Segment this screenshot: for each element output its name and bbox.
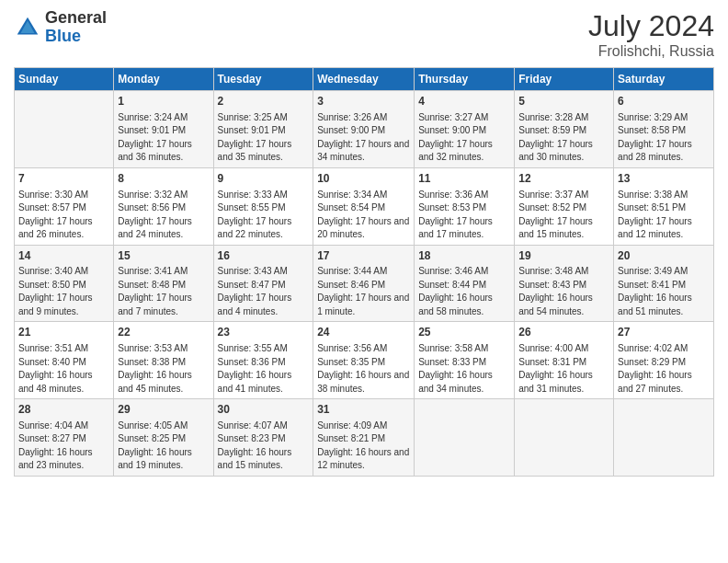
calendar-cell: 6Sunrise: 3:29 AMSunset: 8:58 PMDaylight… — [614, 91, 714, 168]
calendar-cell: 12Sunrise: 3:37 AMSunset: 8:52 PMDayligh… — [515, 167, 614, 245]
day-number: 26 — [518, 325, 609, 340]
cell-content: Sunrise: 3:27 AMSunset: 9:00 PMDaylight:… — [418, 111, 510, 165]
day-number: 5 — [518, 94, 609, 109]
header-tuesday: Tuesday — [213, 68, 313, 91]
day-number: 13 — [618, 171, 710, 187]
header-thursday: Thursday — [415, 68, 515, 91]
cell-content: Sunrise: 3:32 AMSunset: 8:56 PMDaylight:… — [118, 189, 209, 242]
calendar-cell: 4Sunrise: 3:27 AMSunset: 9:00 PMDaylight… — [415, 91, 515, 168]
cell-content: Sunrise: 3:44 AMSunset: 8:46 PMDaylight:… — [317, 265, 410, 318]
day-number: 20 — [618, 248, 710, 264]
calendar-header: Sunday Monday Tuesday Wednesday Thursday… — [15, 68, 714, 91]
logo-general-text: General — [45, 9, 107, 28]
cell-content: Sunrise: 3:41 AMSunset: 8:48 PMDaylight:… — [118, 265, 209, 318]
cell-content: Sunrise: 3:37 AMSunset: 8:52 PMDaylight:… — [518, 189, 609, 242]
cell-content: Sunrise: 4:09 AMSunset: 8:21 PMDaylight:… — [317, 419, 410, 473]
header-sunday: Sunday — [15, 68, 114, 91]
header-saturday: Saturday — [614, 68, 714, 91]
cell-content: Sunrise: 3:46 AMSunset: 8:44 PMDaylight:… — [418, 265, 510, 318]
cell-content: Sunrise: 3:34 AMSunset: 8:54 PMDaylight:… — [317, 189, 410, 242]
cell-content: Sunrise: 4:02 AMSunset: 8:29 PMDaylight:… — [618, 342, 710, 396]
cell-content: Sunrise: 3:48 AMSunset: 8:43 PMDaylight:… — [518, 265, 609, 318]
month-title: July 2024 — [588, 9, 714, 43]
header-wednesday: Wednesday — [313, 68, 415, 91]
calendar-cell: 8Sunrise: 3:32 AMSunset: 8:56 PMDaylight… — [114, 167, 213, 245]
day-number: 4 — [418, 94, 510, 109]
calendar-cell: 2Sunrise: 3:25 AMSunset: 9:01 PMDaylight… — [213, 91, 313, 168]
calendar-cell: 23Sunrise: 3:55 AMSunset: 8:36 PMDayligh… — [213, 322, 313, 399]
day-number: 7 — [18, 171, 109, 187]
calendar-cell: 28Sunrise: 4:04 AMSunset: 8:27 PMDayligh… — [15, 399, 114, 477]
day-number: 30 — [218, 402, 310, 418]
day-number: 3 — [317, 94, 410, 109]
day-number: 27 — [618, 325, 710, 340]
calendar-week-row: 1Sunrise: 3:24 AMSunset: 9:01 PMDaylight… — [15, 91, 714, 168]
calendar-cell — [614, 399, 714, 477]
day-number: 29 — [118, 402, 209, 418]
day-number: 23 — [218, 325, 310, 340]
calendar-cell — [515, 399, 614, 477]
calendar-week-row: 21Sunrise: 3:51 AMSunset: 8:40 PMDayligh… — [15, 322, 714, 399]
day-number: 11 — [418, 171, 510, 187]
cell-content: Sunrise: 3:36 AMSunset: 8:53 PMDaylight:… — [418, 189, 510, 242]
cell-content: Sunrise: 3:58 AMSunset: 8:33 PMDaylight:… — [418, 342, 510, 396]
day-number: 21 — [18, 325, 109, 340]
calendar-cell: 30Sunrise: 4:07 AMSunset: 8:23 PMDayligh… — [213, 399, 313, 477]
day-number: 19 — [518, 248, 609, 264]
day-number: 28 — [18, 402, 109, 418]
day-number: 15 — [118, 248, 209, 264]
header: General Blue July 2024 Frolishchi, Russi… — [14, 9, 714, 60]
day-number: 12 — [518, 171, 609, 187]
day-number: 8 — [118, 171, 209, 187]
calendar-cell: 3Sunrise: 3:26 AMSunset: 9:00 PMDaylight… — [313, 91, 415, 168]
cell-content: Sunrise: 3:38 AMSunset: 8:51 PMDaylight:… — [618, 189, 710, 242]
calendar-cell: 15Sunrise: 3:41 AMSunset: 8:48 PMDayligh… — [114, 245, 213, 322]
cell-content: Sunrise: 3:30 AMSunset: 8:57 PMDaylight:… — [18, 189, 109, 242]
logo-blue-text: Blue — [45, 28, 107, 46]
day-number: 9 — [218, 171, 310, 187]
calendar-cell: 7Sunrise: 3:30 AMSunset: 8:57 PMDaylight… — [15, 167, 114, 245]
calendar-cell — [415, 399, 515, 477]
cell-content: Sunrise: 3:24 AMSunset: 9:01 PMDaylight:… — [118, 111, 209, 165]
calendar-cell: 27Sunrise: 4:02 AMSunset: 8:29 PMDayligh… — [614, 322, 714, 399]
calendar-week-row: 14Sunrise: 3:40 AMSunset: 8:50 PMDayligh… — [15, 245, 714, 322]
calendar-cell: 5Sunrise: 3:28 AMSunset: 8:59 PMDaylight… — [515, 91, 614, 168]
cell-content: Sunrise: 4:05 AMSunset: 8:25 PMDaylight:… — [118, 419, 209, 473]
calendar-cell: 24Sunrise: 3:56 AMSunset: 8:35 PMDayligh… — [313, 322, 415, 399]
cell-content: Sunrise: 3:51 AMSunset: 8:40 PMDaylight:… — [18, 342, 109, 396]
header-friday: Friday — [515, 68, 614, 91]
cell-content: Sunrise: 3:55 AMSunset: 8:36 PMDaylight:… — [218, 342, 310, 396]
calendar-cell: 16Sunrise: 3:43 AMSunset: 8:47 PMDayligh… — [213, 245, 313, 322]
day-number: 1 — [118, 94, 209, 109]
cell-content: Sunrise: 4:00 AMSunset: 8:31 PMDaylight:… — [518, 342, 609, 396]
cell-content: Sunrise: 3:33 AMSunset: 8:55 PMDaylight:… — [218, 189, 310, 242]
day-number: 16 — [218, 248, 310, 264]
calendar-table: Sunday Monday Tuesday Wednesday Thursday… — [14, 67, 714, 477]
header-row: Sunday Monday Tuesday Wednesday Thursday… — [15, 68, 714, 91]
cell-content: Sunrise: 3:53 AMSunset: 8:38 PMDaylight:… — [118, 342, 209, 396]
cell-content: Sunrise: 3:26 AMSunset: 9:00 PMDaylight:… — [317, 111, 410, 165]
calendar-cell: 21Sunrise: 3:51 AMSunset: 8:40 PMDayligh… — [15, 322, 114, 399]
cell-content: Sunrise: 3:43 AMSunset: 8:47 PMDaylight:… — [218, 265, 310, 318]
calendar-cell: 20Sunrise: 3:49 AMSunset: 8:41 PMDayligh… — [614, 245, 714, 322]
calendar-body: 1Sunrise: 3:24 AMSunset: 9:01 PMDaylight… — [15, 91, 714, 477]
title-section: July 2024 Frolishchi, Russia — [588, 9, 714, 60]
cell-content: Sunrise: 3:25 AMSunset: 9:01 PMDaylight:… — [218, 111, 310, 165]
cell-content: Sunrise: 4:07 AMSunset: 8:23 PMDaylight:… — [218, 419, 310, 473]
logo: General Blue — [14, 9, 107, 46]
calendar-cell: 31Sunrise: 4:09 AMSunset: 8:21 PMDayligh… — [313, 399, 415, 477]
calendar-week-row: 28Sunrise: 4:04 AMSunset: 8:27 PMDayligh… — [15, 399, 714, 477]
day-number: 25 — [418, 325, 510, 340]
day-number: 22 — [118, 325, 209, 340]
cell-content: Sunrise: 3:49 AMSunset: 8:41 PMDaylight:… — [618, 265, 710, 318]
calendar-cell: 14Sunrise: 3:40 AMSunset: 8:50 PMDayligh… — [15, 245, 114, 322]
day-number: 24 — [317, 325, 410, 340]
day-number: 14 — [18, 248, 109, 264]
day-number: 10 — [317, 171, 410, 187]
calendar-cell: 18Sunrise: 3:46 AMSunset: 8:44 PMDayligh… — [415, 245, 515, 322]
day-number: 18 — [418, 248, 510, 264]
logo-text: General Blue — [45, 9, 107, 46]
day-number: 31 — [317, 402, 410, 418]
logo-icon — [14, 14, 41, 41]
calendar-cell: 19Sunrise: 3:48 AMSunset: 8:43 PMDayligh… — [515, 245, 614, 322]
